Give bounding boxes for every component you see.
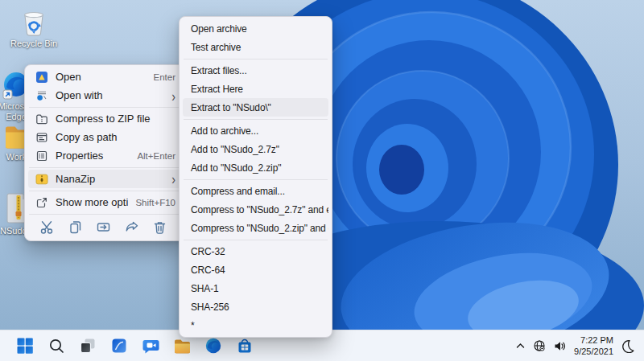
submenu-item-label: Compress to "NSudo_2.zip" and email: [191, 223, 328, 234]
menu-item-label: Show more options: [56, 196, 128, 208]
submenu-item-add-to-archive[interactable]: Add to archive...: [183, 121, 328, 140]
zip-folder-icon: [35, 113, 48, 125]
delete-icon[interactable]: [151, 219, 167, 236]
submenu-item-label: CRC-64: [191, 265, 225, 276]
submenu-item-star[interactable]: *: [183, 316, 328, 334]
submenu-item-extract-here[interactable]: Extract Here: [183, 80, 328, 98]
chat-icon[interactable]: [138, 334, 163, 358]
submenu-item-open-archive[interactable]: Open archive: [183, 19, 328, 38]
network-globe-icon[interactable]: [533, 339, 546, 352]
submenu-item-crc32[interactable]: CRC-32: [183, 242, 328, 260]
submenu-item-test-archive[interactable]: Test archive: [183, 38, 328, 56]
menu-item-shortcut: Shift+F10: [135, 198, 175, 207]
submenu-item-compress-zip-email[interactable]: Compress to "NSudo_2.zip" and email: [183, 219, 328, 237]
submenu-item-label: Compress and email...: [191, 186, 285, 197]
submenu-item-label: SHA-256: [191, 302, 229, 313]
copy-path-icon: [35, 131, 48, 144]
submenu-item-compress-7z-email[interactable]: Compress to "NSudo_2.7z" and email: [183, 200, 328, 219]
nanazip-icon: [35, 173, 48, 186]
menu-item-label: Properties: [56, 150, 130, 162]
submenu-item-label: Extract files...: [191, 65, 247, 76]
submenu-item-extract-files[interactable]: Extract files...: [183, 61, 328, 80]
menu-item-show-more-options[interactable]: Show more options Shift+F10: [28, 193, 182, 211]
menu-item-nanazip[interactable]: NanaZip ›: [28, 170, 182, 188]
clock-time: 7:22 PM: [574, 334, 613, 346]
context-menu: Open Enter Open with › Compress to ZIP f…: [24, 64, 186, 241]
menu-item-copy-as-path[interactable]: Copy as path: [28, 128, 182, 146]
submenu-item-label: Compress to "NSudo_2.7z" and email: [191, 204, 328, 215]
menu-separator: [29, 214, 181, 215]
submenu-item-label: Add to "NSudo_2.zip": [191, 162, 281, 174]
submenu-item-label: Add to archive...: [191, 125, 258, 137]
submenu-item-add-to-7z[interactable]: Add to "NSudo_2.7z": [183, 140, 328, 158]
chevron-right-icon: ›: [171, 88, 175, 102]
submenu-item-label: Test archive: [191, 42, 241, 53]
widgets-icon[interactable]: [107, 334, 131, 358]
menu-item-label: Open: [56, 71, 147, 83]
share-icon[interactable]: [123, 219, 139, 236]
nanazip-submenu: Open archive Test archive Extract files.…: [179, 16, 332, 338]
menu-separator: [184, 59, 328, 59]
search-icon[interactable]: [44, 334, 68, 358]
submenu-item-add-to-zip[interactable]: Add to "NSudo_2.zip": [183, 158, 328, 177]
show-more-options-icon: [35, 196, 48, 209]
submenu-item-label: *: [191, 320, 195, 331]
focus-assist-moon-icon[interactable]: [621, 339, 634, 353]
menu-item-shortcut: Enter: [154, 72, 176, 82]
menu-item-label: NanaZip: [56, 173, 164, 185]
menu-item-shortcut: Alt+Enter: [137, 151, 175, 161]
submenu-item-crc64[interactable]: CRC-64: [183, 260, 328, 279]
submenu-item-label: SHA-1: [191, 283, 219, 294]
menu-item-properties[interactable]: Properties Alt+Enter: [28, 146, 182, 165]
properties-icon: [35, 150, 48, 162]
submenu-item-compress-and-email[interactable]: Compress and email...: [183, 182, 328, 200]
menu-item-label: Open with: [56, 89, 164, 101]
menu-separator: [29, 191, 181, 191]
menu-separator: [29, 167, 181, 168]
submenu-item-sha256[interactable]: SHA-256: [183, 297, 328, 316]
tray-chevron-up-icon[interactable]: [515, 341, 526, 351]
cut-icon[interactable]: [39, 219, 55, 236]
submenu-item-label: Extract to "NSudo\": [191, 102, 271, 113]
menu-item-label: Compress to ZIP file: [56, 113, 175, 125]
submenu-item-label: Add to "NSudo_2.7z": [191, 144, 279, 155]
clock[interactable]: 7:22 PM 9/25/2021: [574, 334, 613, 358]
menu-item-open[interactable]: Open Enter: [28, 68, 182, 86]
menu-item-open-with[interactable]: Open with ›: [28, 86, 182, 105]
desktop-icon-label: Recycle Bin: [10, 39, 57, 49]
chevron-right-icon: ›: [171, 171, 175, 186]
menu-separator: [184, 240, 328, 240]
submenu-item-sha1[interactable]: SHA-1: [183, 279, 328, 297]
menu-item-label: Copy as path: [56, 131, 175, 143]
rename-icon[interactable]: [95, 219, 111, 236]
nsudo-app-icon: [35, 71, 48, 84]
clock-date: 9/25/2021: [574, 346, 613, 357]
copy-icon[interactable]: [67, 219, 83, 236]
submenu-item-label: Open archive: [191, 23, 247, 35]
quick-actions-row: [28, 216, 182, 238]
task-view-icon[interactable]: [76, 334, 100, 358]
submenu-item-label: CRC-32: [191, 246, 225, 257]
menu-item-compress-to-zip[interactable]: Compress to ZIP file: [28, 109, 182, 128]
menu-separator: [29, 107, 181, 108]
open-with-icon: [35, 89, 48, 102]
volume-icon[interactable]: [553, 339, 567, 353]
submenu-item-label: Extract Here: [191, 84, 243, 95]
desktop-icon-recycle-bin[interactable]: Recycle Bin: [8, 6, 60, 49]
menu-separator: [184, 119, 328, 120]
submenu-item-extract-to-folder[interactable]: Extract to "NSudo\": [183, 98, 328, 117]
start-button[interactable]: [13, 334, 37, 358]
recycle-bin-icon: [19, 6, 48, 37]
system-tray: 7:22 PM 9/25/2021: [515, 334, 644, 358]
menu-separator: [184, 179, 328, 180]
